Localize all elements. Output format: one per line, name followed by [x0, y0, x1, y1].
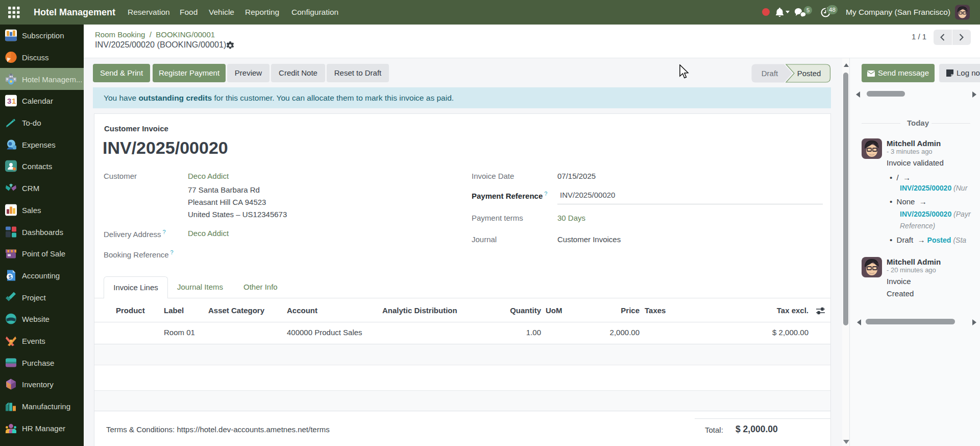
svg-text:1: 1 — [12, 97, 16, 105]
svg-text:$: $ — [9, 273, 12, 279]
svg-text:Draft: Draft — [762, 69, 778, 78]
svg-text:3: 3 — [7, 97, 11, 105]
svg-text:Posted: Posted — [797, 69, 821, 78]
